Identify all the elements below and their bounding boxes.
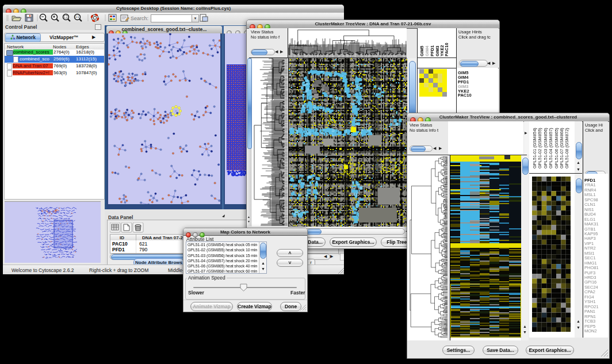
svg-text:1:1: 1:1 [75,16,79,18]
